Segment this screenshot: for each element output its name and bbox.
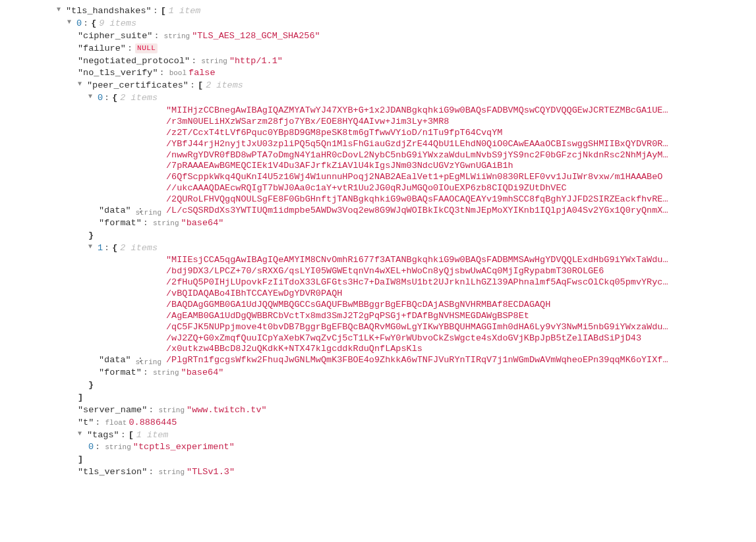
string-value: base64 [181,218,224,229]
key: t [78,418,94,429]
toggle-icon[interactable]: ▼ [88,93,96,101]
key: format [99,218,142,229]
item-count: 2 items [206,80,243,92]
key: tls_version [78,467,147,478]
node-negotiated-protocol[interactable]: negotiated_protocol : string http/1.1 [0,55,756,68]
array-index: 0 [76,18,82,30]
close-bracket: ] [0,392,756,404]
string-value: TLSv1.3 [187,467,235,478]
node-tls-version[interactable]: tls_version : string TLSv1.3 [0,466,756,479]
key: format [99,367,142,379]
null-value: NULL [135,43,158,54]
node-t[interactable]: t : float 0.8886445 [0,417,756,429]
key: data [99,205,131,215]
close-brace: } [0,379,756,392]
key: peer_certificates [87,80,189,92]
string-value: tcptls_experiment [133,442,235,453]
close-brace: } [0,230,756,242]
key: data [99,355,131,365]
node-array-0[interactable]: ▼ 0 : { 9 items [0,18,756,30]
item-count: 9 items [99,18,136,30]
node-cert-1-format[interactable]: format : string base64 [0,367,756,379]
array-index: 0 [88,442,94,453]
node-cert-0-data[interactable]: data : string "MIIHjzCCBnegAwIBAgIQAZMYA… [0,105,756,217]
node-tls-handshakes[interactable]: ▼ tls_handshakes : [ 1 item [0,5,756,18]
toggle-icon[interactable]: ▼ [88,243,96,252]
item-count: 1 item [136,430,169,441]
key: negotiated_protocol [78,56,190,67]
node-tags-0[interactable]: 0 : string tcptls_experiment [0,441,756,454]
number-value: 0.8886445 [129,418,177,429]
type-label: bool [169,69,187,78]
node-tags[interactable]: ▼ tags : [ 1 item [0,429,756,442]
cert-0-data-lines: "MIIHjzCCBnegAwIBAgIQAZMYATwYJ47XYB+G+1x… [166,105,668,217]
type-label: string [164,32,190,41]
type-label: string [105,443,131,452]
array-index: 0 [98,93,103,104]
node-cert-1[interactable]: ▼ 1 : { 2 items [0,242,756,255]
type-label: string [158,406,185,416]
key: cipher_suite [78,31,152,42]
type-label: string [158,468,185,477]
type-label: string [135,358,161,367]
node-cert-0-format[interactable]: format : string base64 [0,217,756,230]
item-count: 2 items [120,93,158,104]
toggle-icon[interactable]: ▼ [78,430,86,439]
string-value: base64 [181,367,224,379]
node-cert-0[interactable]: ▼ 0 : { 2 items [0,92,756,105]
item-count: 2 items [120,243,158,254]
key: tags [87,430,119,441]
bool-value: false [189,68,216,79]
key: server_name [78,405,147,416]
type-label: string [135,209,161,218]
node-server-name[interactable]: server_name : string www.twitch.tv [0,404,756,417]
type-label: float [105,419,127,428]
type-label: string [153,219,179,229]
key: tls_handshakes [66,6,152,17]
string-value: TLS_AES_128_GCM_SHA256 [192,31,320,42]
string-value: www.twitch.tv [187,405,267,416]
string-value: http/1.1 [229,56,283,67]
toggle-icon[interactable]: ▼ [78,80,86,89]
key: failure [78,43,126,55]
array-index: 1 [98,243,103,254]
toggle-icon[interactable]: ▼ [67,18,75,27]
cert-1-data-lines: "MIIEsjCCA5qgAwIBAgIQeAMYIM8CNvOmhRi677f… [166,255,668,366]
toggle-icon[interactable]: ▼ [57,6,65,14]
item-count: 1 item [169,6,201,17]
node-no-tls-verify[interactable]: no_tls_verify : bool false [0,67,756,80]
type-label: string [153,369,179,378]
node-peer-certificates[interactable]: ▼ peer_certificates : [ 2 items [0,80,756,92]
key: no_tls_verify [78,68,158,79]
close-bracket: ] [0,454,756,466]
type-label: string [201,57,227,67]
node-cipher-suite[interactable]: cipher_suite : string TLS_AES_128_GCM_SH… [0,30,756,43]
node-cert-1-data[interactable]: data : string "MIIEsjCCA5qgAwIBAgIQeAMYI… [0,254,756,367]
node-failure[interactable]: failure : NULL [0,43,756,55]
